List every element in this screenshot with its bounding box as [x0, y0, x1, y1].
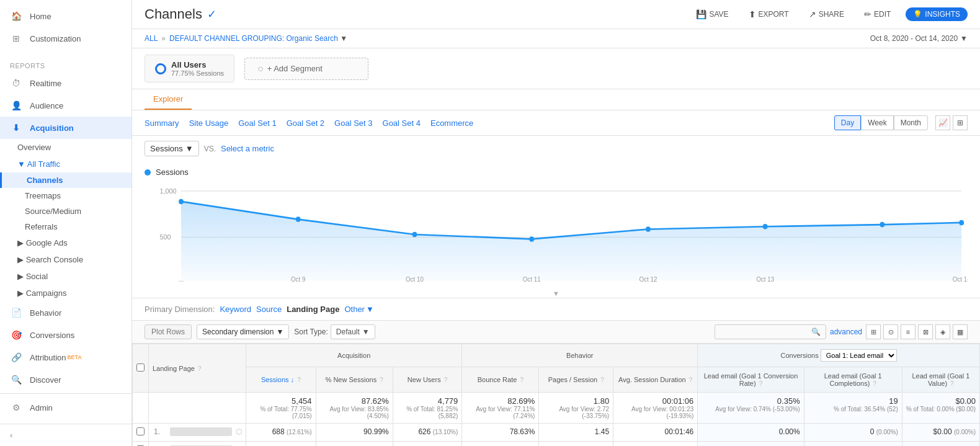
lifetime-view-button[interactable]: ◈	[935, 324, 950, 339]
dim-source[interactable]: Source	[256, 305, 282, 314]
tab-goal-set-2[interactable]: Goal Set 2	[287, 116, 324, 130]
sessions-sort[interactable]: Sessions ↓	[261, 376, 294, 383]
totals-row: 5,454 % of Total: 77.75% (7,015) 87.62% …	[133, 393, 980, 424]
pct-new-sessions-info-icon[interactable]: ?	[380, 377, 383, 383]
advanced-link[interactable]: advanced	[830, 328, 862, 336]
dim-landing-page[interactable]: Landing Page	[287, 305, 339, 314]
sidebar-item-audience[interactable]: 👤 Audience	[0, 94, 131, 117]
avg-session-duration-info-icon[interactable]: ?	[689, 377, 693, 383]
sidebar-item-social[interactable]: ▶ Social	[0, 268, 131, 285]
sidebar-item-attribution[interactable]: 🔗 Attribution BETA	[0, 346, 131, 368]
bounce-rate-info-icon[interactable]: ?	[520, 377, 523, 383]
sidebar-item-conversions[interactable]: 🎯 Conversions	[0, 324, 131, 346]
pie-view-button[interactable]: ⊙	[883, 324, 898, 339]
row1-checkbox[interactable]	[136, 427, 145, 435]
sidebar-item-home[interactable]: 🏠 Home	[0, 5, 131, 27]
comparison-view-button[interactable]: ≡	[901, 324, 915, 339]
sidebar-item-overview[interactable]: Overview	[0, 139, 131, 156]
select-all-checkbox[interactable]	[136, 363, 145, 372]
sidebar-item-campaigns[interactable]: ▶ Campaigns	[0, 285, 131, 301]
edit-button[interactable]: ✏ EDIT	[859, 7, 896, 22]
tab-explorer[interactable]: Explorer	[145, 89, 192, 110]
sidebar-item-treemaps[interactable]: Treemaps	[0, 188, 131, 203]
bar-chart-button[interactable]: ⊞	[953, 115, 968, 130]
sidebar-item-search-console[interactable]: ▶ Search Console	[0, 251, 131, 268]
th-bounce-rate: Bounce Rate ?	[462, 367, 539, 393]
share-button[interactable]: ↗ SHARE	[804, 7, 849, 22]
sidebar-item-behavior[interactable]: 📄 Behavior	[0, 301, 131, 324]
admin-label: Admin	[30, 403, 53, 413]
secondary-dimension-dropdown[interactable]: Secondary dimension ▼	[197, 324, 289, 339]
sort-type-control: Sort Type: Default ▼	[294, 324, 375, 339]
pivot-view-button[interactable]: ⊠	[918, 324, 933, 339]
table-search-box[interactable]: 🔍	[715, 324, 826, 339]
sidebar-divider	[0, 393, 131, 394]
goal-select-dropdown[interactable]: Goal 1: Lead email	[821, 349, 897, 362]
row1-bounce: 78.63%	[462, 424, 539, 442]
collapse-icon: ‹	[10, 430, 12, 440]
plot-rows-button[interactable]: Plot Rows	[145, 324, 192, 339]
tab-summary[interactable]: Summary	[145, 116, 179, 130]
metric-dropdown[interactable]: Sessions ▼	[145, 141, 199, 156]
landing-page-info-icon[interactable]: ?	[198, 365, 202, 372]
secondary-dim-label: Secondary dimension	[202, 328, 274, 336]
pages-session-info-icon[interactable]: ?	[600, 377, 604, 383]
chart-collapse-button[interactable]: ▼	[145, 288, 968, 298]
segment-dot	[155, 63, 166, 74]
realtime-label: Realtime	[30, 79, 61, 88]
th-pages-session: Pages / Session ?	[539, 367, 613, 393]
all-users-segment[interactable]: All Users 77.75% Sessions	[145, 55, 234, 83]
sidebar-item-source-medium[interactable]: Source/Medium	[0, 203, 131, 219]
completions-info-icon[interactable]: ?	[873, 380, 876, 387]
table-row: 1. ⬡ 688 (12.61%) 90.99% 6	[133, 424, 980, 442]
sidebar-item-referrals[interactable]: Referrals	[0, 219, 131, 234]
time-btn-month[interactable]: Month	[894, 115, 928, 130]
th-sessions[interactable]: Sessions ↓ ?	[246, 367, 316, 393]
tab-ecommerce[interactable]: Ecommerce	[430, 116, 473, 130]
time-btn-day[interactable]: Day	[834, 115, 861, 130]
tab-goal-set-1[interactable]: Goal Set 1	[238, 116, 276, 130]
sidebar-item-all-traffic[interactable]: ▼ All Traffic	[0, 156, 131, 172]
save-button[interactable]: 💾 SAVE	[691, 7, 733, 22]
breadcrumb-all[interactable]: ALL	[145, 34, 158, 43]
row1-link-icon[interactable]: ⬡	[236, 427, 242, 436]
home-label: Home	[30, 12, 51, 21]
dim-keyword[interactable]: Keyword	[220, 305, 251, 314]
dim-other[interactable]: Other ▼	[344, 305, 373, 314]
secondary-dim-arrow: ▼	[276, 328, 283, 336]
new-users-info-icon[interactable]: ?	[444, 377, 448, 383]
conv-rate-info-icon[interactable]: ?	[759, 380, 763, 387]
insights-label: INSIGHTS	[925, 10, 960, 19]
export-icon: ⬆	[749, 9, 756, 19]
sessions-info-icon[interactable]: ?	[297, 377, 301, 383]
sidebar-item-discover[interactable]: 🔍 Discover	[0, 368, 131, 391]
export-button[interactable]: ⬆ EXPORT	[744, 7, 794, 22]
svg-point-8	[529, 236, 534, 242]
insights-button[interactable]: 💡 INSIGHTS	[906, 7, 968, 21]
row1-value: $0.00 (0.00%)	[902, 424, 979, 442]
table-search-input[interactable]	[720, 328, 809, 336]
referrals-label: Referrals	[25, 222, 58, 231]
collapse-sidebar-button[interactable]: ‹	[0, 424, 131, 446]
sidebar-item-realtime[interactable]: ⏱ Realtime	[0, 72, 131, 94]
tab-site-usage[interactable]: Site Usage	[189, 116, 229, 130]
sidebar-item-acquisition[interactable]: ⬇ Acquisition	[0, 117, 131, 139]
value-info-icon[interactable]: ?	[950, 380, 954, 387]
line-chart-button[interactable]: 📈	[935, 115, 950, 130]
google-ads-label: Google Ads	[26, 238, 68, 248]
chart-container: 1,000 500	[145, 182, 968, 287]
select-metric-link[interactable]: Select a metric	[221, 144, 274, 153]
sort-type-dropdown[interactable]: Default ▼	[331, 324, 375, 339]
time-btn-week[interactable]: Week	[861, 115, 893, 130]
tab-goal-set-4[interactable]: Goal Set 4	[383, 116, 421, 130]
date-range-selector[interactable]: Oct 8, 2020 - Oct 14, 2020 ▼	[870, 34, 968, 43]
scorecard-view-button[interactable]: ▦	[953, 324, 968, 339]
sidebar-item-google-ads[interactable]: ▶ Google Ads	[0, 234, 131, 251]
add-segment-button[interactable]: ○ + Add Segment	[244, 58, 368, 80]
breadcrumb-dropdown-icon[interactable]: ▼	[340, 34, 347, 43]
grid-view-button[interactable]: ⊞	[866, 324, 881, 339]
sidebar-item-admin[interactable]: ⚙ Admin	[0, 396, 131, 419]
sidebar-item-customization[interactable]: ⊞ Customization	[0, 27, 131, 50]
sidebar-item-channels[interactable]: Channels	[0, 172, 131, 188]
tab-goal-set-3[interactable]: Goal Set 3	[334, 116, 372, 130]
